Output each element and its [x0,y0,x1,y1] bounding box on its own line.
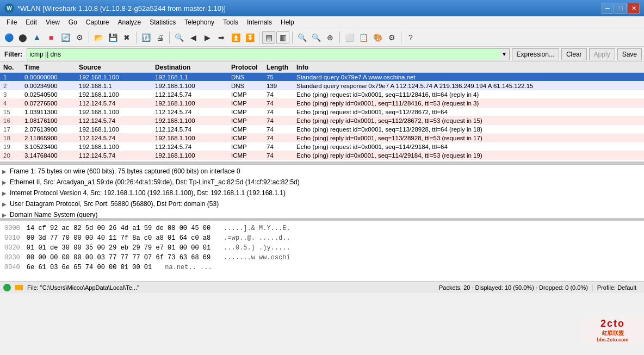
app-icon: W [4,3,14,13]
reload-icon[interactable]: 🔃 [139,31,152,44]
cell-no: 3 [0,91,24,98]
cell-protocol: ICMP [231,109,267,115]
table-row[interactable]: 19 3.10523400 192.168.1.100 112.124.5.74… [0,142,644,151]
maximize-button[interactable]: □ [615,3,627,14]
back-icon[interactable]: ◀ [187,31,200,44]
prefs-icon[interactable]: ⚙ [385,31,398,44]
cell-no: 1 [0,74,24,80]
menu-item-tools[interactable]: Tools [219,17,243,27]
expand-icon: ▶ [2,169,10,175]
cell-source: 192.168.1.100 [79,109,155,115]
cell-source: 112.124.5.74 [79,100,155,107]
cell-destination: 192.168.1.100 [155,135,231,141]
table-row[interactable]: 1 0.00000000 192.168.1.100 192.168.1.1 D… [0,73,644,82]
new-capture-icon[interactable]: 🔵 [2,31,15,44]
table-row[interactable]: 16 1.08176100 112.124.5.74 192.168.1.100… [0,116,644,125]
cell-source: 192.168.1.1 [79,83,155,89]
hex-line: 000014 cf 92 ac 82 5d 00 26 4d a1 59 de … [4,223,640,233]
menu-item-go[interactable]: Go [64,17,82,27]
filter-input[interactable] [27,48,499,60]
close-button[interactable]: ✕ [628,3,640,14]
detail-row[interactable]: ▶Frame 1: 75 bytes on wire (600 bits), 7… [0,166,644,177]
detail-row[interactable]: ▶User Datagram Protocol, Src Port: 56880… [0,198,644,209]
open-icon[interactable]: ⬤ [16,31,29,44]
zoom-normal-icon[interactable]: ⊕ [324,31,337,44]
table-row[interactable]: 18 2.11865900 112.124.5.74 192.168.1.100… [0,134,644,142]
cell-protocol: ICMP [231,135,267,141]
capture-filter-icon[interactable]: ⬜ [343,31,356,44]
table-row[interactable]: 17 2.07613900 192.168.1.100 112.124.5.74… [0,125,644,134]
cell-time: 0.02540500 [24,91,79,98]
open-file-icon[interactable]: 📂 [92,31,105,44]
help-icon[interactable]: ? [404,31,417,44]
table-row[interactable]: 20 3.14768400 112.124.5.74 192.168.1.100… [0,151,644,160]
capture-status-icon [3,284,11,291]
cell-protocol: ICMP [231,126,267,133]
print-icon[interactable]: 🖨 [153,31,166,44]
menu-item-telephony[interactable]: Telephony [180,17,219,27]
color-rules-icon[interactable]: 🎨 [371,31,384,44]
close-file-icon[interactable]: ✖ [120,31,133,44]
cell-source: 112.124.5.74 [79,135,155,141]
packet-list-header: No. Time Source Destination Protocol Len… [0,62,644,73]
detail-row[interactable]: ▶Ethernet II, Src: Arcadyan_a1:59:de (00… [0,177,644,188]
save-button[interactable]: Save [617,48,642,60]
decode-icon[interactable]: ▥ [276,31,289,44]
menu-item-help[interactable]: Help [276,17,299,27]
menu-item-view[interactable]: View [41,17,64,27]
clear-button[interactable]: Clear [561,48,587,60]
cell-time: 0.00000000 [24,74,79,80]
filter-label: Filter: [2,51,24,58]
hex-bytes: 14 cf 92 ac 82 5d 00 26 4d a1 59 de 08 0… [27,225,210,232]
find-icon[interactable]: 🔍 [172,31,185,44]
zoom-out-icon[interactable]: 🔍 [309,31,323,44]
capture-options-icon[interactable]: ⚙ [73,31,86,44]
table-row[interactable]: 4 0.07276500 112.124.5.74 192.168.1.100 … [0,99,644,108]
apply-button[interactable]: Apply [589,48,615,60]
cell-destination: 112.124.5.74 [155,91,231,98]
cell-time: 1.08176100 [24,117,79,124]
display-filter-icon[interactable]: 📋 [357,31,370,44]
hex-offset: 0030 [4,254,20,261]
menu-item-capture[interactable]: Capture [82,17,114,27]
menu-item-file[interactable]: File [2,17,21,27]
filter-dropdown-button[interactable]: ▼ [500,48,510,60]
menu-item-internals[interactable]: Internals [243,17,276,27]
expression-button[interactable]: Expression... [512,48,559,60]
cell-protocol: ICMP [231,144,267,150]
table-row[interactable]: 3 0.02540500 192.168.1.100 112.124.5.74 … [0,90,644,99]
table-row[interactable]: 15 1.03911300 192.168.1.100 112.124.5.74… [0,108,644,116]
cell-source: 192.168.1.100 [79,74,155,80]
stop-capture-icon[interactable]: ■ [45,31,58,44]
menu-item-analyze[interactable]: Analyze [114,17,146,27]
menu-item-edit[interactable]: Edit [21,17,41,27]
cell-no: 17 [0,126,24,133]
menu-item-statistics[interactable]: Statistics [145,17,180,27]
save-icon[interactable]: 💾 [106,31,119,44]
detail-row[interactable]: ▶Domain Name System (query) [0,209,644,219]
colorize-icon[interactable]: ▤ [262,31,275,44]
hex-ascii: .......w ww.oschi [224,254,290,261]
hex-offset: 0000 [4,225,20,232]
forward-icon[interactable]: ▶ [201,31,214,44]
cell-info: Echo (ping) reply id=0x0001, seq=112/286… [296,117,644,124]
cell-length: 74 [267,144,296,150]
status-profile: Profile: Default [592,284,641,291]
cell-protocol: ICMP [231,91,267,98]
table-row[interactable]: 2 0.00234900 192.168.1.1 192.168.1.100 D… [0,82,644,90]
zoom-in-icon[interactable]: 🔍 [295,31,308,44]
expand-icon: ▶ [2,190,10,196]
header-source: Source [79,64,155,71]
minimize-button[interactable]: ─ [602,3,614,14]
cell-length: 75 [267,74,296,80]
last-icon[interactable]: ⏬ [243,31,256,44]
go-to-icon[interactable]: ➡ [215,31,228,44]
hex-ascii: na.net.. ... [165,264,212,271]
toolbar: 🔵 ⬤ ▲ ■ 🔄 ⚙ 📂 💾 ✖ 🔃 🖨 🔍 ◀ ▶ ➡ ⏫ ⏬ ▤ ▥ 🔍 … [0,28,644,47]
title-bar: W *WLAN [Wireshark 1.10.8 (v1.10.8-2-g52… [0,0,644,16]
first-icon[interactable]: ⏫ [229,31,242,44]
cell-info: Echo (ping) request id=0x0001, seq=113/2… [296,126,644,133]
detail-row[interactable]: ▶Internet Protocol Version 4, Src: 192.1… [0,188,644,198]
header-no: No. [0,64,24,71]
restart-icon[interactable]: 🔄 [59,31,72,44]
